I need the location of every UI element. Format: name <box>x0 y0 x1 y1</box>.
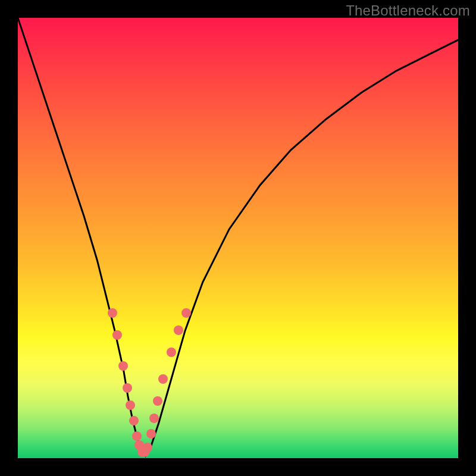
highlight-dot <box>181 308 191 318</box>
highlight-dot <box>129 416 139 425</box>
chart-frame: TheBottleneck.com <box>0 0 476 476</box>
highlight-dot <box>108 308 117 318</box>
watermark-text: TheBottleneck.com <box>346 2 470 19</box>
highlight-dot <box>112 330 122 340</box>
highlight-dot <box>167 347 176 357</box>
highlight-dot <box>123 383 132 393</box>
plot-area <box>18 18 458 458</box>
highlight-dot <box>118 361 128 371</box>
highlight-dot <box>143 443 152 452</box>
highlight-dot <box>132 431 142 441</box>
highlight-dot <box>158 374 168 384</box>
bottleneck-curve <box>18 18 458 458</box>
highlight-dot <box>153 396 162 406</box>
